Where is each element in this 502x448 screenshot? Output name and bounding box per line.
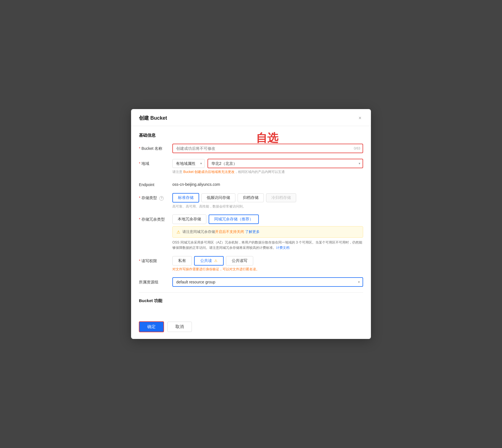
region-selects: 有地域属性 无地域属性 ▾ 华北2（北京） 华东1（杭州） 华南1（深圳） ▾: [172, 159, 363, 168]
endpoint-content: oss-cn-beijing.aliyuncs.com: [172, 180, 363, 187]
dialog-body: 基础信息 Bucket 名称 0/63 自选 地域: [131, 126, 371, 317]
permission-buttons: 私有 公共读 ⚠ 公共读写: [172, 256, 363, 266]
resource-group-content: default resource group ▾: [172, 277, 363, 287]
perm-hint: 对文件写操作需要进行身份验证，可以对文件进行匿名读。: [172, 267, 363, 272]
redundancy-type-row: 存储冗余类型 本地冗余存储 同城冗余存储（推荐） ⚠ 请注意同城冗余存储开启后不…: [139, 215, 363, 251]
perm-warn-icon: ⚠: [214, 259, 218, 263]
storage-type-lowfreq-btn[interactable]: 低频访问存储: [201, 193, 235, 202]
storage-type-label: 存储类型 ?: [139, 193, 172, 201]
endpoint-row: Endpoint oss-cn-beijing.aliyuncs.com: [139, 180, 363, 188]
region-label: 地域: [139, 159, 172, 167]
bucket-name-label: Bucket 名称: [139, 144, 172, 151]
custom-label: 自选: [256, 130, 278, 146]
redundancy-type-content: 本地冗余存储 同城冗余存储（推荐） ⚠ 请注意同城冗余存储开启后不支持关闭 了解…: [172, 215, 363, 251]
bucket-name-content: 0/63 自选: [172, 144, 363, 153]
char-count: 0/63: [354, 146, 360, 150]
redundancy-type-buttons: 本地冗余存储 同城冗余存储（推荐）: [172, 215, 363, 224]
bucket-name-row: Bucket 名称 0/63 自选: [139, 144, 363, 153]
read-write-content: 私有 公共读 ⚠ 公共读写 对文件写操作需要进行身份验证，可以对文件进行匿名读。: [172, 256, 363, 272]
dialog-title: 创建 Bucket: [139, 115, 167, 121]
confirm-button[interactable]: 确定: [139, 321, 164, 332]
region-row: 地域 有地域属性 无地域属性 ▾ 华北2（北京） 华东1（杭州）: [139, 159, 363, 174]
storage-type-cold-archive-btn: 冷归档存储: [266, 193, 296, 202]
redundancy-desc: OSS 同城冗余采用多可用区（AZ）冗余机制，将用户的数据分散存放在同一地域的 …: [172, 240, 363, 251]
perm-public-readwrite-btn[interactable]: 公共读写: [226, 256, 253, 266]
storage-type-archive-btn[interactable]: 归档存储: [238, 193, 264, 202]
region-hint: 请注意 Bucket 创建成功后地域将无法更改，相同区域内的产品内网可以互通: [172, 170, 363, 174]
storage-type-hint: 高可靠、高可用、高性能，数据会经常被访问到。: [172, 204, 363, 209]
read-write-label: 读写权限: [139, 256, 172, 264]
redundancy-warning-box: ⚠ 请注意同城冗余存储开启后不支持关闭 了解更多: [172, 226, 363, 238]
resource-group-label: 所属资源组: [139, 277, 172, 285]
redundancy-city-btn[interactable]: 同城冗余存储（推荐）: [209, 215, 259, 224]
redundancy-type-label: 存储冗余类型: [139, 215, 172, 222]
storage-type-row: 存储类型 ? 标准存储 低频访问存储 归档存储 冷归档存储 高可靠、高可用、高性…: [139, 193, 363, 209]
section-divider: [139, 292, 363, 293]
bucket-feature-title: Bucket 功能: [139, 298, 363, 304]
basic-info-title: 基础信息: [139, 133, 363, 138]
warning-icon: ⚠: [177, 230, 180, 235]
redundancy-learn-more-link[interactable]: 了解更多: [245, 230, 260, 234]
storage-type-buttons: 标准存储 低频访问存储 归档存储 冷归档存储: [172, 193, 363, 203]
region-type-wrapper: 有地域属性 无地域属性 ▾: [172, 159, 205, 168]
endpoint-label: Endpoint: [139, 180, 172, 188]
perm-private-btn[interactable]: 私有: [172, 256, 192, 266]
resource-group-row: 所属资源组 default resource group ▾: [139, 277, 363, 287]
redundancy-warning-highlight: 开启后不支持关闭: [215, 230, 244, 234]
bucket-name-input-wrapper: 0/63 自选: [172, 144, 363, 153]
storage-type-content: 标准存储 低频访问存储 归档存储 冷归档存储 高可靠、高可用、高性能，数据会经常…: [172, 193, 363, 209]
dialog-footer: 确定 取消: [131, 317, 371, 339]
storage-type-standard-btn[interactable]: 标准存储: [172, 193, 199, 203]
perm-public-read-btn[interactable]: 公共读 ⚠: [194, 256, 224, 266]
billing-doc-link[interactable]: 计费文档: [276, 246, 289, 250]
read-write-row: 读写权限 私有 公共读 ⚠ 公共读写 对文件写操作需要进行身份验证，可以对文件进…: [139, 256, 363, 272]
region-main-wrapper: 华北2（北京） 华东1（杭州） 华南1（深圳） ▾: [207, 159, 363, 168]
region-hint-highlight: Bucket 创建成功后地域将无法更改: [183, 170, 235, 174]
storage-type-help-icon[interactable]: ?: [159, 196, 164, 201]
redundancy-local-btn[interactable]: 本地冗余存储: [172, 215, 206, 224]
dialog-header: 创建 Bucket ×: [131, 109, 371, 126]
region-type-select[interactable]: 有地域属性 无地域属性: [172, 159, 205, 168]
endpoint-value: oss-cn-beijing.aliyuncs.com: [172, 180, 363, 187]
region-main-select[interactable]: 华北2（北京） 华东1（杭州） 华南1（深圳）: [207, 159, 363, 168]
redundancy-warning-text: 请注意同城冗余存储开启后不支持关闭 了解更多: [182, 229, 260, 234]
cancel-button[interactable]: 取消: [167, 322, 192, 332]
resource-group-select[interactable]: default resource group: [172, 277, 363, 287]
region-content: 有地域属性 无地域属性 ▾ 华北2（北京） 华东1（杭州） 华南1（深圳） ▾: [172, 159, 363, 174]
close-button[interactable]: ×: [357, 115, 363, 121]
create-bucket-dialog: 创建 Bucket × 基础信息 Bucket 名称 0/63 自选 地域: [131, 109, 371, 339]
